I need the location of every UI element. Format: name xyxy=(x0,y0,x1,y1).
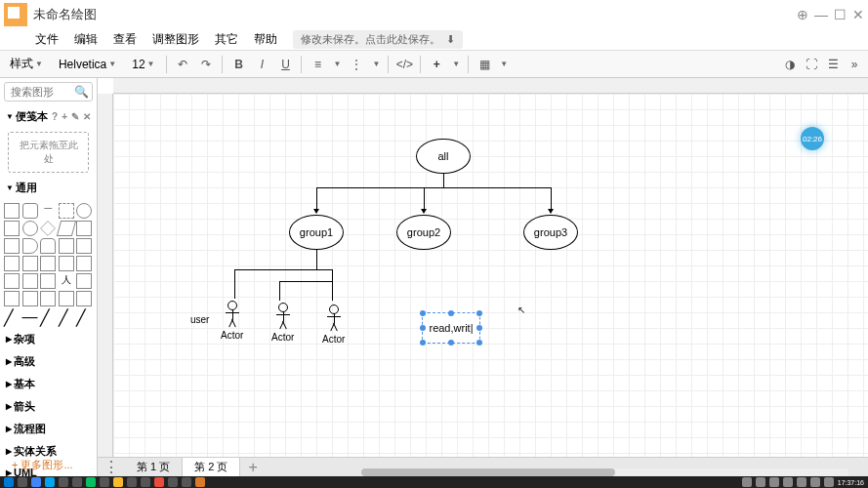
shape[interactable] xyxy=(57,221,76,236)
shape[interactable] xyxy=(4,256,20,271)
menu-file[interactable]: 文件 xyxy=(29,29,64,50)
shape[interactable] xyxy=(4,238,20,254)
shape[interactable] xyxy=(4,221,20,236)
section-basic[interactable]: ▶基本 xyxy=(0,373,97,395)
shape[interactable]: ╱ xyxy=(4,308,20,324)
theme-icon[interactable]: ◑ xyxy=(782,57,798,72)
selected-node[interactable]: read,writ| xyxy=(422,312,480,344)
menu-arrange[interactable]: 调整图形 xyxy=(146,29,205,50)
actor-user[interactable]: Actor xyxy=(221,301,243,341)
shape-textbox[interactable] xyxy=(59,203,74,219)
style-dropdown[interactable]: 样式▼ xyxy=(6,54,47,74)
doc-title[interactable]: 未命名绘图 xyxy=(33,6,97,23)
shape[interactable] xyxy=(40,291,56,306)
shape[interactable] xyxy=(22,291,38,306)
taskbar-icon[interactable] xyxy=(113,477,123,487)
menu-extras[interactable]: 其它 xyxy=(209,29,244,50)
shape[interactable] xyxy=(76,238,92,254)
tray-icon[interactable] xyxy=(769,477,779,487)
taskbar-icon[interactable] xyxy=(127,477,137,487)
canvas[interactable]: all group1 group2 group3 user Actor xyxy=(98,78,868,476)
shape[interactable] xyxy=(40,221,56,236)
section-misc[interactable]: ▶杂项 xyxy=(0,328,97,350)
scratch-help-icon[interactable]: ? xyxy=(52,111,58,122)
tray-icon[interactable] xyxy=(797,477,806,487)
menu-help[interactable]: 帮助 xyxy=(248,29,283,50)
shape[interactable] xyxy=(76,256,92,271)
shape[interactable] xyxy=(40,273,56,289)
shape[interactable] xyxy=(22,273,38,289)
shape[interactable]: — xyxy=(22,308,38,324)
taskbar-clock[interactable]: 17:37:16 xyxy=(838,479,864,486)
more-icon[interactable]: ⋮ xyxy=(349,57,364,72)
save-notice[interactable]: 修改未保存。点击此处保存。 ⬇ xyxy=(293,30,463,49)
shape[interactable]: ╱ xyxy=(40,308,56,324)
taskbar-icon[interactable] xyxy=(154,477,164,487)
shape[interactable] xyxy=(4,273,20,289)
taskbar-icon[interactable] xyxy=(45,477,55,487)
tray-icon[interactable] xyxy=(810,477,820,487)
minimize-icon[interactable]: — xyxy=(814,7,828,22)
taskbar-icon[interactable] xyxy=(168,477,178,487)
collapse-icon[interactable]: » xyxy=(847,57,862,72)
shape[interactable] xyxy=(59,256,74,271)
add-tab-icon[interactable]: + xyxy=(240,459,265,476)
scratchpad-header[interactable]: ▼便笺本 ?+✎✕ xyxy=(0,105,97,128)
shape[interactable] xyxy=(76,221,92,236)
shape[interactable] xyxy=(40,238,56,254)
add-icon[interactable]: + xyxy=(429,57,444,72)
taskbar-icon[interactable] xyxy=(18,477,27,487)
shape-roundrect[interactable] xyxy=(22,203,38,219)
tray-icon[interactable] xyxy=(742,477,752,487)
shape[interactable] xyxy=(4,291,20,306)
taskbar-icon[interactable] xyxy=(86,477,96,487)
html-icon[interactable]: </> xyxy=(396,57,412,72)
scratch-edit-icon[interactable]: ✎ xyxy=(71,111,79,122)
redo-icon[interactable]: ↷ xyxy=(198,57,214,72)
shape-ellipse[interactable] xyxy=(76,203,92,219)
actor-3[interactable]: Actor xyxy=(322,305,345,345)
node-all[interactable]: all xyxy=(416,139,471,174)
section-general[interactable]: ▼通用 xyxy=(0,177,97,199)
shape[interactable] xyxy=(22,238,38,254)
tab-page2[interactable]: 第 2 页 xyxy=(183,458,240,476)
shape[interactable] xyxy=(59,238,74,254)
shape[interactable] xyxy=(40,256,56,271)
maximize-icon[interactable]: ☐ xyxy=(834,7,847,22)
section-advanced[interactable]: ▶高级 xyxy=(0,350,97,373)
selected-node-text[interactable]: read,writ| xyxy=(429,322,473,334)
shape[interactable]: ╱ xyxy=(76,308,92,324)
format-icon[interactable]: ☰ xyxy=(825,57,841,72)
download-icon[interactable]: ⬇ xyxy=(446,33,455,46)
taskbar-icon[interactable] xyxy=(141,477,150,487)
taskbar-icon[interactable] xyxy=(59,477,68,487)
shape[interactable] xyxy=(59,291,74,306)
search-icon[interactable]: 🔍 xyxy=(74,85,89,99)
table-icon[interactable]: ▦ xyxy=(476,57,492,72)
shape[interactable] xyxy=(22,256,38,271)
taskbar-icon[interactable] xyxy=(31,477,41,487)
horizontal-scrollbar[interactable] xyxy=(361,468,848,476)
shape[interactable] xyxy=(76,291,92,306)
more-shapes[interactable]: + 更多图形... xyxy=(4,454,81,476)
actor-2[interactable]: Actor xyxy=(271,303,294,343)
underline-icon[interactable]: U xyxy=(277,57,293,72)
globe-icon[interactable]: ⊕ xyxy=(797,7,808,22)
node-group2[interactable]: group2 xyxy=(396,215,451,250)
shape-actor[interactable]: 人 xyxy=(59,273,74,289)
align-icon[interactable]: ≡ xyxy=(310,57,325,72)
tab-menu-icon[interactable]: ⋮ xyxy=(98,458,125,476)
menu-view[interactable]: 查看 xyxy=(107,29,143,50)
taskbar-icon[interactable] xyxy=(195,477,205,487)
taskbar-start-icon[interactable] xyxy=(4,477,14,487)
font-dropdown[interactable]: Helvetica▼ xyxy=(55,56,120,73)
tray-icon[interactable] xyxy=(824,477,834,487)
shape-rect[interactable] xyxy=(4,203,20,219)
section-flowchart[interactable]: ▶流程图 xyxy=(0,418,97,440)
scratch-close-icon[interactable]: ✕ xyxy=(83,111,91,122)
tray-icon[interactable] xyxy=(756,477,765,487)
node-group1[interactable]: group1 xyxy=(289,215,344,250)
taskbar-icon[interactable] xyxy=(100,477,109,487)
taskbar-icon[interactable] xyxy=(182,477,191,487)
section-arrows[interactable]: ▶箭头 xyxy=(0,395,97,418)
